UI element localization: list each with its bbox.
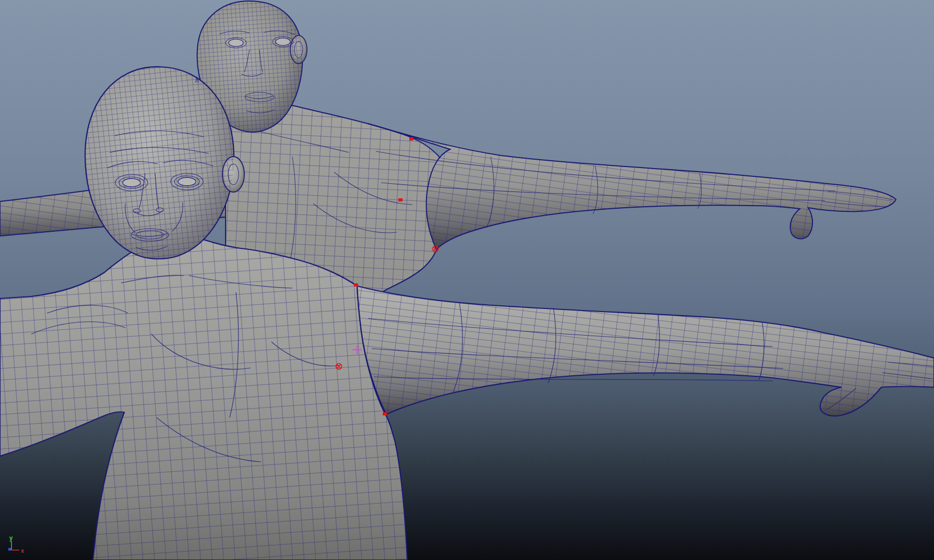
marker-vertex[interactable] [398,198,403,201]
axis-y-label: y [9,534,13,542]
front-right-eye [178,177,196,186]
front-left-eye [123,178,140,187]
marker-vertex[interactable] [383,412,387,415]
marker-vertex[interactable] [409,137,413,140]
viewport-canvas[interactable]: y x [0,0,934,560]
viewport-3d[interactable]: y x [0,0,934,560]
axis-z-dot [8,548,11,551]
marker-vertex[interactable] [354,283,358,287]
back-right-eye [276,38,290,45]
back-left-eye [229,39,243,46]
axis-x-label: x [21,548,24,554]
